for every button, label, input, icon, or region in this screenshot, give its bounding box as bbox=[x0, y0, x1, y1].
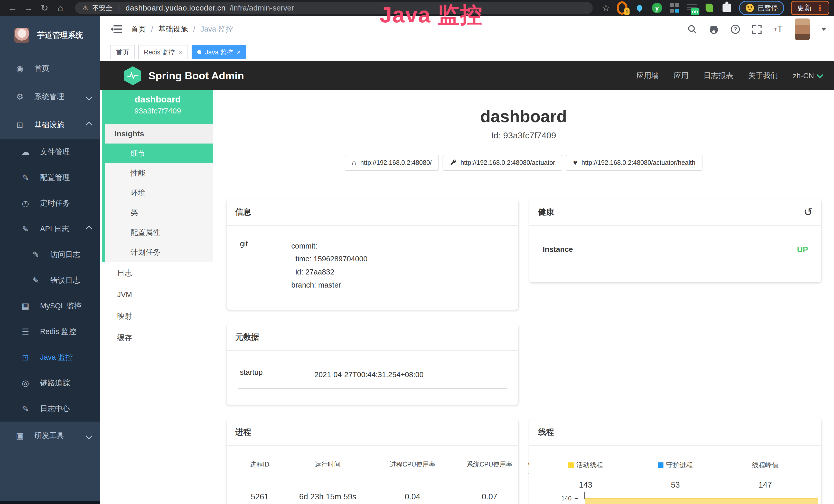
health-url-button[interactable]: ♥ http://192.168.0.2:48080/actuator/heal… bbox=[566, 155, 702, 171]
collapse-menu-icon[interactable] bbox=[110, 25, 122, 34]
eye-icon: ◎ bbox=[20, 378, 31, 388]
metadata-card: 元数据 startup 2021-04-27T00:44:31.254+08:0… bbox=[226, 324, 518, 405]
health-instance-row[interactable]: Instance UP bbox=[541, 242, 810, 262]
insights-group: Insights 细节 性能 环境 类 配置属性 计划任务 bbox=[102, 124, 213, 262]
sidebar-item-log-center[interactable]: ✎ 日志中心 bbox=[0, 396, 100, 421]
sidebar-item-jobs[interactable]: ◷ 定时任务 bbox=[0, 190, 100, 216]
extension-pin-icon[interactable] bbox=[634, 3, 645, 13]
tag-redis-monitor[interactable]: Redis 监控 × bbox=[138, 45, 188, 59]
font-size-icon[interactable]: тT bbox=[773, 24, 784, 35]
sidebar-item-label: 配置管理 bbox=[40, 173, 70, 183]
gear-icon: ⚙ bbox=[14, 92, 25, 102]
extension-sprout-icon[interactable] bbox=[704, 3, 715, 13]
insecure-label: 不安全 bbox=[92, 4, 112, 13]
wrench-icon bbox=[450, 159, 456, 166]
insights-section-label: Insights bbox=[105, 124, 213, 143]
legend-daemon-threads: 守护进程 bbox=[631, 461, 721, 469]
sidebar-item-label: 访问日志 bbox=[50, 250, 80, 260]
tag-home[interactable]: 首页 bbox=[110, 45, 135, 59]
sba-tab-scheduled-tasks[interactable]: 计划任务 bbox=[105, 243, 213, 262]
sidebar-item-redis[interactable]: ☰ Redis 监控 bbox=[0, 319, 100, 345]
sba-locale-select[interactable]: zh-CN bbox=[793, 72, 822, 80]
sidebar-item-tracing[interactable]: ◎ 链路追踪 bbox=[0, 370, 100, 396]
profile-paused-chip[interactable]: 已暂停 bbox=[739, 1, 784, 15]
extension-switch-icon[interactable]: on bbox=[686, 3, 697, 13]
ytick-140: 140 bbox=[553, 495, 571, 502]
admin-sidebar: 芋道管理系统 ◉ 首页 ⚙ 系统管理 ⊡ 基础设施 ☁ 文件管理 bbox=[0, 16, 100, 504]
update-label: 更新 bbox=[797, 3, 812, 13]
close-icon[interactable]: × bbox=[178, 48, 182, 56]
fullscreen-icon[interactable] bbox=[752, 24, 762, 35]
browser-reload-icon[interactable]: ↻ bbox=[37, 0, 52, 16]
sidebar-item-error-log[interactable]: ✎ 错误日志 bbox=[0, 268, 100, 293]
sidebar-item-home[interactable]: ◉ 首页 bbox=[0, 54, 100, 83]
threads-card-title: 线程 bbox=[529, 419, 821, 446]
sba-nav-about[interactable]: 关于我们 bbox=[748, 71, 778, 81]
sidebar-item-access-log[interactable]: ✎ 访问日志 bbox=[0, 242, 100, 268]
info-value: commit: time: 1596289704000 id: 27aa832 … bbox=[291, 239, 368, 292]
close-icon[interactable]: × bbox=[237, 48, 241, 56]
sba-nav-journal[interactable]: 日志报表 bbox=[704, 71, 733, 81]
actuator-url-button[interactable]: http://192.168.0.2:48080/actuator bbox=[443, 155, 562, 171]
bookmark-star-icon[interactable]: ☆ bbox=[602, 3, 610, 13]
edit-icon: ✎ bbox=[20, 173, 31, 183]
y-axis-line bbox=[584, 492, 585, 499]
monitor-icon: ⊡ bbox=[14, 120, 25, 130]
browser-menu-icon[interactable]: ⋮ bbox=[816, 3, 824, 13]
process-col-uptime: 运行时间 bbox=[282, 460, 374, 484]
extensions-puzzle-icon[interactable] bbox=[722, 3, 732, 13]
health-card-title: 健康 bbox=[538, 207, 554, 217]
sba-instance-header[interactable]: dashboard 93a3fc7f7409 bbox=[102, 90, 213, 124]
help-icon[interactable]: ? bbox=[730, 24, 741, 35]
sidebar-item-dev-tools[interactable]: ▣ 研发工具 bbox=[0, 421, 100, 450]
app-logo-row[interactable]: 芋道管理系统 bbox=[0, 16, 100, 54]
service-url-button[interactable]: ⌂ http://192.168.0.2:48080/ bbox=[345, 155, 439, 171]
chevron-up-icon bbox=[86, 122, 92, 129]
sidebar-item-label: 链路追踪 bbox=[40, 378, 70, 388]
tag-java-monitor[interactable]: Java 监控 × bbox=[192, 45, 246, 59]
sidebar-item-label: 错误日志 bbox=[50, 275, 80, 285]
sba-nav-wallboard[interactable]: 应用墙 bbox=[636, 71, 659, 81]
extension-badge-on: on bbox=[691, 8, 699, 15]
sidebar-item-config[interactable]: ✎ 配置管理 bbox=[0, 165, 100, 190]
sba-tab-mappings[interactable]: 映射 bbox=[102, 305, 213, 327]
browser-forward-icon[interactable]: → bbox=[21, 0, 37, 16]
browser-home-icon[interactable]: ⌂ bbox=[52, 0, 68, 16]
user-avatar[interactable] bbox=[795, 19, 810, 40]
sba-tab-classes[interactable]: 类 bbox=[105, 203, 213, 223]
breadcrumb-home[interactable]: 首页 bbox=[131, 24, 146, 35]
sidebar-item-mysql[interactable]: ▦ MySQL 监控 bbox=[0, 293, 100, 319]
sidebar-item-java-monitor[interactable]: ⊡ Java 监控 bbox=[0, 345, 100, 370]
sba-tab-environment[interactable]: 环境 bbox=[105, 183, 213, 203]
browser-update-button[interactable]: 更新 ⋮ bbox=[791, 1, 829, 15]
extension-y-icon[interactable]: y bbox=[652, 3, 662, 13]
sba-tab-config-props[interactable]: 配置属性 bbox=[105, 223, 213, 243]
browser-back-icon[interactable]: ← bbox=[5, 0, 21, 16]
search-icon[interactable] bbox=[687, 24, 697, 35]
sba-tab-logs[interactable]: 日志 bbox=[102, 262, 213, 284]
heartbeat-icon: ♥ bbox=[573, 159, 577, 167]
breadcrumb-infra[interactable]: 基础设施 bbox=[158, 24, 188, 35]
sba-tab-metrics[interactable]: 性能 bbox=[105, 163, 213, 183]
sidebar-item-files[interactable]: ☁ 文件管理 bbox=[0, 139, 100, 165]
daemon-threads-swatch bbox=[658, 462, 663, 468]
sba-nav-applications[interactable]: 应用 bbox=[674, 71, 688, 81]
github-icon[interactable] bbox=[709, 24, 719, 35]
health-history-icon[interactable]: ↺ bbox=[804, 207, 813, 217]
breadcrumb-current: Java 监控 bbox=[200, 24, 233, 35]
sidebar-item-infra[interactable]: ⊡ 基础设施 bbox=[0, 111, 100, 139]
page-annotation: Java 监控 bbox=[380, 0, 483, 30]
user-menu-caret-icon[interactable] bbox=[821, 28, 826, 31]
infra-submenu: ☁ 文件管理 ✎ 配置管理 ◷ 定时任务 ✎ API 日志 ✎ bbox=[0, 139, 100, 421]
extension-colorpicker-icon[interactable]: 1 bbox=[617, 3, 628, 13]
sba-tab-details[interactable]: 细节 bbox=[102, 143, 213, 163]
sba-tab-jvm[interactable]: JVM bbox=[102, 284, 213, 305]
monitor-icon: ⊡ bbox=[20, 352, 31, 362]
address-bar[interactable]: ⚠ 不安全 | dashboard.yudao.iocoder.cn /infr… bbox=[75, 2, 593, 14]
sidebar-item-api-log[interactable]: ✎ API 日志 bbox=[0, 216, 100, 242]
sidebar-item-system[interactable]: ⚙ 系统管理 bbox=[0, 83, 100, 111]
service-url: http://192.168.0.2:48080/ bbox=[360, 159, 432, 166]
sba-tab-caches[interactable]: 缓存 bbox=[102, 327, 213, 348]
sidebar-item-label: 日志中心 bbox=[40, 404, 70, 414]
extension-grid-icon[interactable] bbox=[669, 3, 680, 13]
